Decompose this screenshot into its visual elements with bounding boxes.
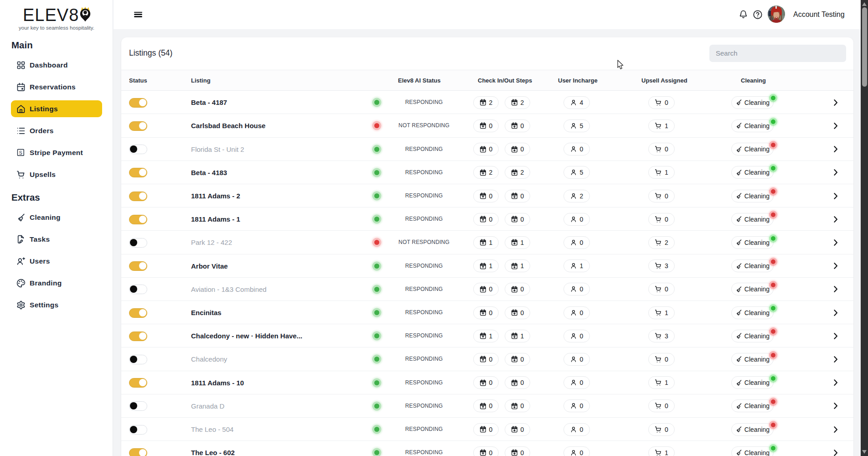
svg-text:S: S xyxy=(19,150,22,155)
